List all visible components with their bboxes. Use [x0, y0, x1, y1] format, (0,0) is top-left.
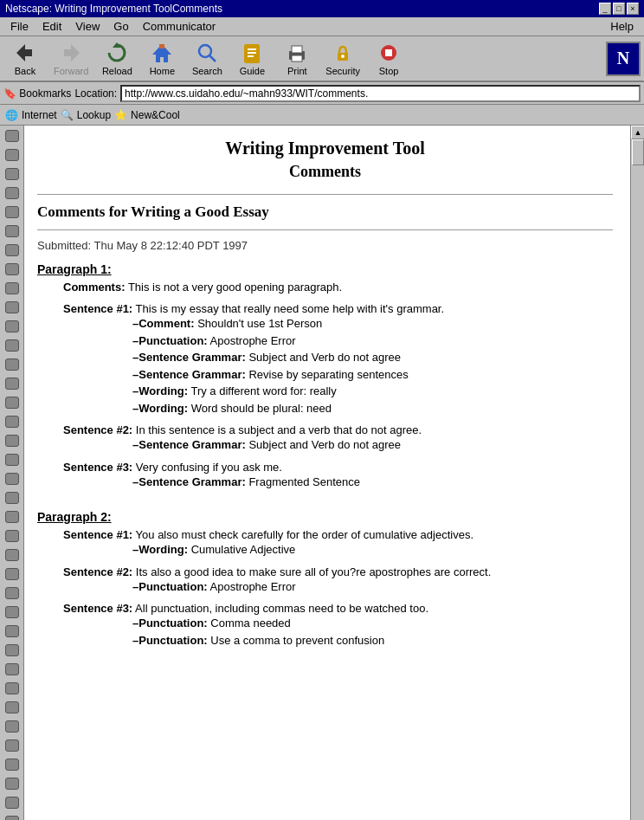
- scroll-up-button[interactable]: ▲: [631, 126, 644, 139]
- spiral-hole: [5, 739, 19, 752]
- location-label: Location:: [74, 87, 117, 100]
- spiral-hole: [5, 778, 19, 790]
- spiral-hole: [5, 759, 19, 771]
- menu-bar: File Edit View Go Communicator Help: [0, 17, 644, 36]
- maximize-button[interactable]: □: [613, 3, 625, 15]
- print-button[interactable]: Print: [275, 39, 319, 78]
- menu-go[interactable]: Go: [106, 18, 135, 35]
- search-button[interactable]: Search: [185, 39, 229, 78]
- paragraph-1-label: Paragraph 1:: [37, 262, 613, 276]
- bookmarks-bar: 🌐 Internet 🔍 Lookup ⭐ New&Cool: [0, 105, 644, 126]
- stop-button[interactable]: Stop: [367, 39, 410, 78]
- bm-icon: 🌐: [5, 109, 18, 121]
- paragraph-2: Paragraph 2: Sentence #1: You also must …: [37, 510, 613, 649]
- menu-edit[interactable]: Edit: [35, 18, 68, 35]
- spiral-hole: [5, 549, 19, 561]
- spiral-hole: [5, 644, 19, 656]
- scrollbar[interactable]: ▲ ▼: [630, 126, 644, 820]
- p2-sentence-1-block: Sentence #1: You also must check careful…: [63, 528, 613, 559]
- menu-communicator[interactable]: Communicator: [136, 18, 223, 35]
- spiral-hole: [5, 606, 19, 618]
- comments-text: This is not a very good opening paragrap…: [128, 281, 342, 294]
- spiral-hole: [5, 378, 19, 390]
- sentence-2-block: Sentence #2: In this sentence is a subje…: [63, 423, 613, 454]
- svg-point-15: [341, 55, 345, 58]
- back-button[interactable]: Back: [3, 39, 47, 78]
- close-button[interactable]: ×: [627, 3, 639, 15]
- svg-rect-13: [292, 55, 302, 61]
- section-heading: Comments for Writing a Good Essay: [37, 203, 613, 221]
- para-1-comments: Comments: This is not a very good openin…: [63, 281, 613, 294]
- guide-button[interactable]: Guide: [230, 39, 274, 78]
- minimize-button[interactable]: _: [599, 3, 611, 15]
- sub-comment-1-2: –Punctuation: Apostrophe Error: [132, 333, 613, 350]
- home-button[interactable]: Home: [140, 39, 184, 78]
- bookmark-lookup[interactable]: Lookup: [77, 109, 111, 121]
- svg-rect-17: [385, 49, 392, 56]
- title-controls[interactable]: _ □ ×: [599, 3, 639, 15]
- scroll-track: [631, 139, 644, 820]
- security-button[interactable]: Security: [320, 39, 365, 78]
- p2-sub-comment-3-1: –Punctuation: Comma needed: [132, 615, 613, 632]
- scroll-thumb[interactable]: [632, 139, 644, 165]
- spiral-hole: [5, 587, 19, 599]
- spiral-hole: [5, 511, 19, 523]
- menu-view[interactable]: View: [68, 18, 106, 35]
- print-icon: [285, 41, 309, 65]
- spiral-hole: [5, 225, 19, 237]
- p2-sub-comment-3-2: –Punctuation: Use a comma to prevent con…: [132, 632, 613, 649]
- paragraph-1: Paragraph 1: Comments: This is not a ver…: [37, 262, 613, 490]
- reload-icon: [105, 41, 129, 65]
- forward-button[interactable]: Forward: [48, 39, 93, 78]
- spiral-binding: [0, 126, 24, 820]
- location-bar: 🔖 Bookmarks Location:: [0, 82, 644, 105]
- svg-rect-12: [292, 46, 302, 53]
- submitted-line: Submitted: Thu May 8 22:12:40 PDT 1997: [37, 239, 613, 252]
- title-bar: Netscape: Writing Improvement ToolCommen…: [0, 0, 644, 17]
- guide-icon: [240, 41, 264, 65]
- bm-sep1: 🔍: [61, 109, 74, 121]
- sub-comment-1-1: –Comment: Shouldn't use 1st Person: [132, 315, 613, 333]
- spiral-hole: [5, 530, 19, 542]
- sentence-3-text: Very confusing if you ask me.: [136, 461, 282, 474]
- spiral-hole: [5, 244, 19, 256]
- sentence-3-block: Sentence #3: Very confusing if you ask m…: [63, 461, 613, 491]
- bookmark-newcool[interactable]: New&Cool: [131, 109, 180, 121]
- spiral-hole: [5, 320, 19, 333]
- spiral-hole: [5, 168, 19, 180]
- spiral-hole: [5, 720, 19, 733]
- spiral-hole: [5, 682, 19, 694]
- location-input[interactable]: [120, 85, 641, 102]
- forward-icon: [59, 41, 83, 65]
- toolbar: Back Forward Reload Home Search: [0, 36, 644, 82]
- content-area: Writing Improvement Tool Comments Commen…: [24, 126, 630, 820]
- bookmark-internet[interactable]: Internet: [22, 109, 57, 121]
- content-wrapper: Writing Improvement Tool Comments Commen…: [0, 126, 644, 820]
- netscape-logo: N: [606, 42, 641, 76]
- spiral-hole: [5, 454, 19, 466]
- p2-sentence-1-text: You also must check carefully for the or…: [136, 528, 473, 541]
- divider-2: [37, 229, 613, 230]
- svg-rect-4: [159, 44, 164, 48]
- paragraph-2-label: Paragraph 2:: [37, 510, 613, 524]
- spiral-hole: [5, 339, 19, 352]
- spiral-hole: [5, 358, 19, 371]
- menu-file[interactable]: File: [3, 18, 35, 35]
- spiral-hole: [5, 206, 19, 218]
- svg-marker-1: [64, 44, 80, 61]
- sentence-1-label: Sentence #1:: [63, 302, 132, 315]
- p2-sentence-1-label: Sentence #1:: [63, 528, 132, 541]
- p2-sentence-2-label: Sentence #2:: [63, 565, 132, 578]
- sub-comment-1-4: –Sentence Grammar: Revise by separating …: [132, 366, 613, 384]
- reload-button[interactable]: Reload: [95, 39, 138, 78]
- p2-sentence-3-text: All punctuation, including commas need t…: [135, 602, 428, 615]
- sentence-2-label: Sentence #2:: [63, 423, 132, 436]
- spiral-hole: [5, 263, 19, 275]
- home-icon: [150, 41, 174, 65]
- spiral-hole: [5, 130, 19, 142]
- sub-comment-2-1: –Sentence Grammar: Subject and Verb do n…: [132, 436, 613, 454]
- spiral-hole: [5, 568, 19, 580]
- sub-comment-1-3: –Sentence Grammar: Subject and Verb do n…: [132, 349, 613, 366]
- menu-help[interactable]: Help: [603, 18, 641, 35]
- spiral-hole: [5, 701, 19, 713]
